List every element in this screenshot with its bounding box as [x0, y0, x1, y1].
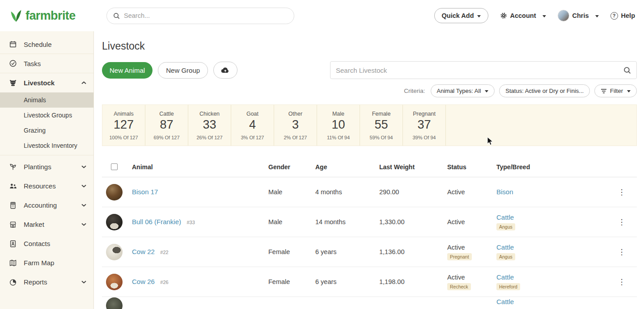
sidebar-item-schedule[interactable]: Schedule — [0, 35, 93, 54]
column-header-age[interactable]: Age — [315, 163, 379, 171]
animal-avatar[interactable] — [106, 244, 123, 260]
age-cell: 6 years — [315, 278, 379, 285]
help-menu[interactable]: Help — [610, 12, 635, 20]
sidebar-livestock-submenu: Animals Livestock Groups Grazing Livesto… — [0, 92, 93, 153]
age-cell: 4 months — [315, 188, 379, 196]
animal-avatar[interactable] — [106, 297, 123, 309]
gender-cell: Male — [268, 218, 315, 225]
sidebar-item-accounting[interactable]: Accounting — [0, 196, 93, 215]
sidebar-item-farm-map[interactable]: Farm Map — [0, 253, 93, 272]
animal-avatar[interactable] — [106, 184, 123, 200]
sidebar-label: Plantings — [24, 163, 51, 171]
chevron-down-icon — [81, 184, 86, 188]
criteria-row: Criteria: Animal Types: All Status: Acti… — [102, 84, 637, 97]
animal-avatar[interactable] — [106, 214, 123, 230]
sidebar-label: Tasks — [24, 60, 41, 67]
user-menu[interactable]: Chris — [558, 10, 599, 21]
type-link[interactable]: Cattle — [496, 243, 514, 251]
sidebar-item-contacts[interactable]: Contacts — [0, 234, 93, 253]
row-menu-button[interactable] — [616, 218, 627, 226]
status-cell: Active — [447, 188, 496, 196]
sidebar-item-livestock[interactable]: Livestock — [0, 73, 93, 92]
stat-label: Chicken — [190, 111, 229, 117]
type-link[interactable]: Cattle — [496, 273, 514, 281]
column-header-last-weight[interactable]: Last Weight — [379, 163, 447, 171]
animal-types-filter[interactable]: Animal Types: All — [431, 84, 495, 97]
stat-label: Cattle — [147, 111, 186, 117]
brand-name: farmbrite — [25, 9, 76, 23]
animal-name-link[interactable]: Bull 06 (Frankie) — [132, 218, 181, 225]
leaf-icon — [10, 8, 22, 23]
sidebar-item-reports[interactable]: Reports — [0, 272, 93, 292]
row-menu-button[interactable] — [616, 278, 627, 286]
chevron-down-icon — [485, 90, 488, 92]
filter-button[interactable]: Filter — [594, 84, 637, 97]
type-link[interactable]: Bison — [496, 188, 513, 196]
new-animal-button[interactable]: New Animal — [102, 62, 153, 79]
account-label: Account — [510, 12, 536, 19]
stat-value: 37 — [405, 118, 444, 132]
weight-cell: 1,136.00 — [379, 248, 447, 255]
chevron-down-icon — [81, 223, 86, 226]
help-icon — [610, 12, 618, 20]
stat-sub: 100% Of 127 — [104, 135, 143, 140]
stat-sub: 39% Of 94 — [405, 135, 444, 140]
column-header-type-breed[interactable]: Type/Breed — [496, 163, 606, 171]
sidebar-item-livestock-inventory[interactable]: Livestock Inventory — [0, 138, 93, 153]
sidebar-item-grazing[interactable]: Grazing — [0, 123, 93, 138]
column-header-animal[interactable]: Animal — [132, 163, 268, 171]
status-badge: Recheck — [447, 283, 471, 290]
row-menu-button[interactable] — [616, 188, 627, 196]
type-link[interactable]: Cattle — [496, 298, 514, 305]
column-header-status[interactable]: Status — [447, 163, 496, 171]
filter-lines-icon — [601, 88, 607, 94]
sidebar-label: Animals — [24, 96, 46, 104]
quick-add-label: Quick Add — [442, 12, 474, 19]
import-upload-button[interactable] — [213, 62, 237, 79]
sidebar: Schedule Tasks Livestock — [0, 31, 94, 309]
stat-value: 3 — [276, 118, 315, 132]
new-group-button[interactable]: New Group — [158, 62, 208, 79]
sidebar-item-plantings[interactable]: Plantings — [0, 157, 93, 176]
sidebar-item-tasks[interactable]: Tasks — [0, 54, 93, 73]
sidebar-label: Accounting — [24, 201, 57, 209]
select-all-checkbox[interactable] — [111, 163, 118, 170]
quick-add-button[interactable]: Quick Add — [434, 8, 488, 23]
livestock-search-input[interactable] — [336, 67, 623, 74]
row-menu-button[interactable] — [616, 248, 627, 256]
animal-avatar[interactable] — [106, 274, 123, 290]
chevron-up-icon — [81, 81, 86, 84]
stat-value: 55 — [362, 118, 401, 132]
status-cell: Active — [447, 244, 465, 251]
sidebar-label: Livestock — [24, 79, 55, 87]
user-avatar — [558, 10, 569, 21]
stat-female: Female 55 59% Of 94 — [360, 105, 403, 146]
stat-value: 127 — [104, 118, 143, 132]
animal-name-link[interactable]: Cow 22 — [132, 248, 155, 255]
farmbrite-logo[interactable]: farmbrite — [10, 8, 94, 23]
table-row: Cow 22 #22 Female 6 years 1,136.00 Activ… — [102, 237, 637, 267]
type-link[interactable]: Cattle — [496, 213, 514, 221]
gender-cell: Female — [268, 248, 315, 255]
status-filter[interactable]: Status: Active or Dry or Finis... — [499, 84, 590, 97]
column-header-gender[interactable]: Gender — [268, 163, 315, 171]
account-menu[interactable]: Account — [500, 12, 546, 19]
sidebar-item-animals[interactable]: Animals — [0, 92, 93, 108]
sidebar-label: Grazing — [24, 127, 46, 134]
sidebar-item-resources[interactable]: Resources — [0, 176, 93, 196]
animal-name-link[interactable]: Cow 26 — [132, 278, 155, 285]
search-icon[interactable] — [623, 67, 631, 74]
sidebar-label: Market — [24, 221, 44, 228]
stat-pregnant: Pregnant 37 39% Of 94 — [403, 105, 446, 146]
sidebar-label: Livestock Groups — [24, 112, 72, 119]
chevron-down-icon — [81, 280, 86, 284]
chevron-down-icon — [477, 15, 481, 17]
animal-name-link[interactable]: Bison 17 — [132, 188, 158, 196]
sidebar-label: Farm Map — [24, 259, 54, 267]
breed-badge: Angus — [496, 253, 515, 260]
chevron-down-icon — [627, 90, 631, 92]
global-search-input[interactable] — [124, 12, 288, 19]
sidebar-label: Resources — [24, 182, 56, 190]
sidebar-item-market[interactable]: Market — [0, 215, 93, 234]
sidebar-item-livestock-groups[interactable]: Livestock Groups — [0, 108, 93, 123]
